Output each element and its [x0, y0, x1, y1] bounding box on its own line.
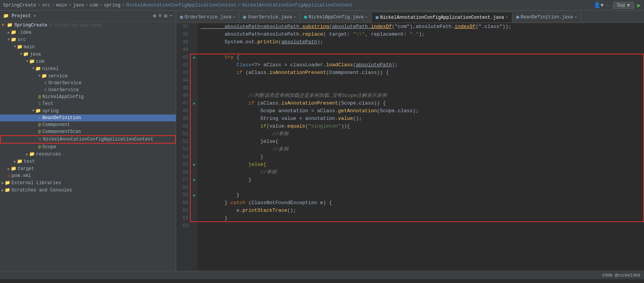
sidebar-item-nickel[interactable]: ▼ 📁 nickel: [0, 65, 176, 72]
code-line-59: }: [201, 191, 641, 199]
sidebar-item-idea[interactable]: ▶ 📁 .idea: [0, 29, 176, 36]
tab-close-nickelannotation[interactable]: ×: [506, 15, 508, 20]
gutter-marker-41: ▶: [191, 54, 198, 61]
line-num-54: 54: [179, 153, 188, 161]
code-line-57: }: [201, 176, 641, 184]
breadcrumb-com[interactable]: com: [90, 3, 98, 8]
gutter-marker-47: ▶: [191, 100, 198, 107]
code-editor[interactable]: 3738394041424344454647484950515253545556…: [176, 23, 644, 271]
top-bar: SpringCreate > src > main > java > com >…: [0, 0, 644, 11]
sidebar-item-service[interactable]: ▼ 📁 service: [0, 72, 176, 80]
sidebar-item-commponentscan[interactable]: @ CommponentScan: [0, 128, 176, 135]
line-num-42: 42: [179, 61, 188, 69]
back-icon[interactable]: ←: [607, 2, 610, 8]
breadcrumb-src[interactable]: src: [42, 3, 51, 8]
sep1: >: [38, 3, 40, 8]
sidebar-item-external-libs[interactable]: ▶ 📁 External Libraries: [0, 179, 176, 186]
java-icon-beandefinition: C: [38, 116, 41, 120]
commponent-label: Commponent: [42, 122, 70, 128]
tab-close-user[interactable]: ×: [294, 15, 296, 20]
sidebar-item-java[interactable]: ▼ 📁 java: [0, 51, 176, 58]
status-bar: CSDN @nickel369: [0, 271, 644, 279]
tab-close-order[interactable]: ×: [233, 15, 235, 20]
sidebar-collapse-icon[interactable]: ≡: [159, 13, 162, 19]
chevron-idea: ▶: [8, 30, 10, 35]
sidebar-title: 📁 Project ▼: [3, 13, 36, 19]
code-line-48: Scope annotation = aClass.getAnnotation(…: [201, 107, 641, 115]
pom-icon: m: [8, 173, 10, 178]
tab-nickelappconfig[interactable]: NickelAppConfig.java ×: [300, 12, 372, 23]
line-num-37: 37: [179, 23, 188, 31]
test-folder-label: test: [24, 159, 35, 164]
tab-beandefinition[interactable]: BeanDefinition.java ×: [512, 12, 581, 23]
sidebar-item-beandefinition[interactable]: C BeanDefinition: [0, 115, 176, 121]
sidebar-item-scope[interactable]: @ Scope: [0, 144, 176, 150]
tab-userservice[interactable]: UserService.java ×: [239, 12, 300, 23]
sidebar-locate-icon[interactable]: ⊕: [153, 13, 156, 19]
sidebar-item-com[interactable]: ▼ 📁 com: [0, 58, 176, 65]
tab-close-appconfig[interactable]: ×: [365, 15, 368, 20]
chevron-nickel: ▼: [32, 67, 34, 71]
sidebar-item-orderservice[interactable]: C OrderService: [0, 80, 176, 87]
tab-dot-nickelannotation: [376, 16, 379, 19]
userservice-label: UserService: [49, 87, 79, 93]
code-line-47: if (aClass.isAnnotationPresent(Scope.cla…: [201, 100, 641, 107]
nickelappconfig-label: NickelAppConfig: [42, 94, 84, 100]
test-dropdown-button[interactable]: Test ▼: [613, 2, 634, 9]
profile-icon[interactable]: 👤▼: [594, 2, 603, 8]
sidebar-item-test[interactable]: C Test: [0, 100, 176, 107]
sidebar-item-spring[interactable]: ▼ 📁 spring: [0, 107, 176, 115]
breadcrumb-spring[interactable]: spring: [104, 3, 120, 8]
nickelannotation-label: NickelAnnotationConfigApplicationContext: [43, 137, 154, 142]
tab-bar: OrderService.java × UserService.java × N…: [176, 11, 644, 23]
chevron-resources: ▶: [26, 152, 28, 157]
orderservice-label: OrderService: [49, 80, 82, 86]
sidebar-item-pom[interactable]: m pom.xml: [0, 172, 176, 179]
line-num-45: 45: [179, 84, 188, 92]
sidebar-item-target[interactable]: ▶ 📁 target: [0, 165, 176, 172]
code-line-45: [201, 84, 641, 92]
breadcrumb-nickel-annotation[interactable]: NickelAnnotationConfigApplicationContext: [126, 3, 237, 8]
sidebar-item-nickelappconfig[interactable]: @ NickelAppConfig: [0, 93, 176, 100]
folder-icon-spring: 📁: [35, 108, 41, 114]
breadcrumb-main[interactable]: main: [56, 3, 67, 8]
sidebar-item-test-folder[interactable]: ▶ 📁 test: [0, 158, 176, 165]
folder-icon-root: ▼ 📁: [2, 22, 13, 28]
chevron-scratches: ▶: [2, 188, 4, 193]
tab-nickelappconfig-label: NickelAppConfig.java: [309, 15, 364, 20]
line-num-57: 57: [179, 176, 188, 184]
gutter-marker-49: [191, 115, 198, 123]
sidebar-item-userservice[interactable]: C UserService: [0, 87, 176, 93]
tab-close-beandefinition[interactable]: ×: [575, 15, 577, 20]
code-line-41: try {: [201, 54, 641, 61]
code-line-42: Class<?> aClass = classLoader.loadClass(…: [201, 61, 641, 69]
sidebar-item-main[interactable]: ▼ 📁 main: [0, 43, 176, 51]
line-num-40: 40: [179, 46, 188, 54]
breadcrumb-springcreate[interactable]: SpringCreate: [3, 3, 36, 8]
tab-orderservice[interactable]: OrderService.java ×: [176, 12, 239, 23]
line-num-56: 56: [179, 168, 188, 176]
java-icon-order: C: [44, 81, 47, 85]
folder-icon-java: 📁: [23, 51, 29, 57]
tab-dot-user: [243, 16, 246, 19]
sidebar-minimize-icon[interactable]: −: [170, 13, 173, 19]
run-button[interactable]: ▶: [637, 2, 641, 9]
breadcrumb-class[interactable]: NickelAnnotationConfigApplicationContext: [242, 3, 353, 8]
breadcrumb-java[interactable]: java: [73, 3, 84, 8]
sidebar-item-src[interactable]: ▼ 📁 src: [0, 36, 176, 43]
line-num-39: 39: [179, 38, 188, 46]
annotation-icon-scope: @: [38, 145, 41, 149]
sidebar-item-resources[interactable]: ▶ 📁 resources: [0, 150, 176, 158]
line-num-43: 43: [179, 69, 188, 77]
line-num-55: 55: [179, 161, 188, 168]
sidebar-settings-icon[interactable]: ⚙: [164, 13, 167, 19]
sidebar-item-nickelannotation[interactable]: C NickelAnnotationConfigApplicationConte…: [0, 135, 176, 144]
tree-root[interactable]: ▼ 📁 SpringCreate E:\Study\SpringCreate: [0, 21, 176, 29]
sidebar-item-scratches[interactable]: ▶ 📁 Scratches and Consoles: [0, 186, 176, 194]
tab-nickelannotation[interactable]: NickelAnnotationConfigApplicationContext…: [372, 12, 512, 23]
java-label: java: [30, 52, 41, 57]
folder-icon-scratches: 📁: [5, 187, 10, 193]
gutter-marker-52: [191, 138, 198, 146]
sidebar-item-commponent[interactable]: @ Commponent: [0, 121, 176, 128]
code-line-60: } catch (ClassNotFoundException e) {: [201, 199, 641, 207]
